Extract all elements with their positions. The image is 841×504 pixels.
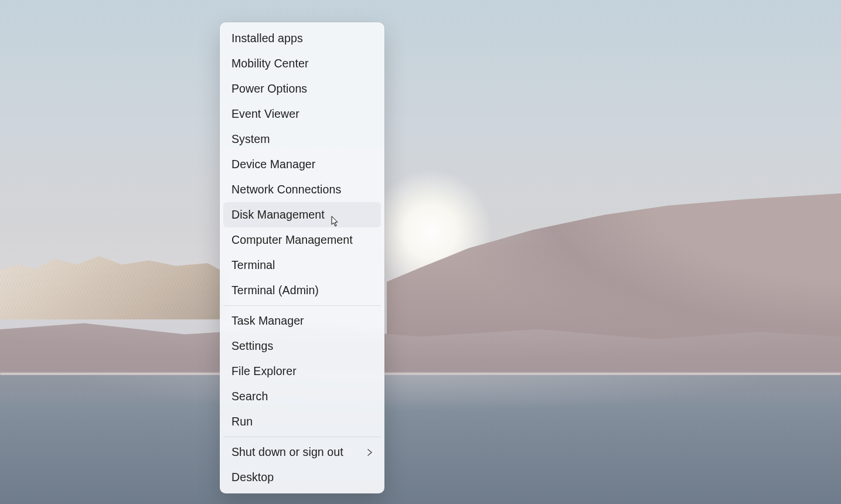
menu-separator (223, 305, 381, 306)
menu-item-label: File Explorer (231, 365, 297, 378)
menu-item-power-options[interactable]: Power Options (223, 76, 381, 101)
menu-item-label: Device Manager (231, 158, 315, 171)
menu-item-label: Desktop (231, 471, 274, 484)
menu-item-label: Event Viewer (231, 107, 299, 121)
menu-item-terminal[interactable]: Terminal (223, 253, 381, 278)
menu-item-device-manager[interactable]: Device Manager (223, 152, 381, 177)
menu-item-terminal-admin[interactable]: Terminal (Admin) (223, 278, 381, 303)
menu-item-mobility-center[interactable]: Mobility Center (223, 51, 381, 76)
wallpaper-rocks (0, 249, 226, 319)
wallpaper-dune-far (387, 193, 841, 346)
chevron-right-icon (366, 448, 374, 457)
menu-item-run[interactable]: Run (223, 409, 381, 434)
menu-item-label: Installed apps (231, 32, 303, 45)
menu-item-event-viewer[interactable]: Event Viewer (223, 101, 381, 127)
menu-item-file-explorer[interactable]: File Explorer (223, 359, 381, 384)
menu-item-label: Network Connections (231, 183, 341, 196)
menu-item-label: Terminal (231, 258, 275, 272)
menu-item-settings[interactable]: Settings (223, 333, 381, 359)
menu-item-system[interactable]: System (223, 127, 381, 152)
menu-item-computer-management[interactable]: Computer Management (223, 227, 381, 253)
menu-item-shut-down-sign-out[interactable]: Shut down or sign out (223, 440, 381, 465)
menu-item-network-connections[interactable]: Network Connections (223, 177, 381, 202)
menu-item-desktop[interactable]: Desktop (223, 465, 381, 490)
desktop-wallpaper: Installed appsMobility CenterPower Optio… (0, 0, 841, 504)
menu-item-label: Run (231, 415, 253, 428)
menu-separator (223, 437, 381, 437)
menu-item-label: System (231, 132, 270, 146)
wallpaper-lake (0, 375, 841, 504)
menu-item-label: Shut down or sign out (231, 445, 343, 459)
menu-item-label: Search (231, 390, 268, 403)
menu-item-label: Mobility Center (231, 57, 309, 70)
menu-item-label: Power Options (231, 82, 307, 96)
menu-item-label: Terminal (Admin) (231, 284, 319, 297)
menu-item-search[interactable]: Search (223, 384, 381, 409)
menu-item-label: Computer Management (231, 233, 353, 247)
menu-item-label: Disk Management (231, 208, 325, 222)
winx-context-menu[interactable]: Installed appsMobility CenterPower Optio… (220, 22, 384, 493)
menu-item-label: Settings (231, 339, 273, 353)
menu-item-installed-apps[interactable]: Installed apps (223, 26, 381, 51)
menu-item-label: Task Manager (231, 314, 304, 328)
menu-item-disk-management[interactable]: Disk Management (223, 202, 381, 227)
menu-item-task-manager[interactable]: Task Manager (223, 308, 381, 333)
